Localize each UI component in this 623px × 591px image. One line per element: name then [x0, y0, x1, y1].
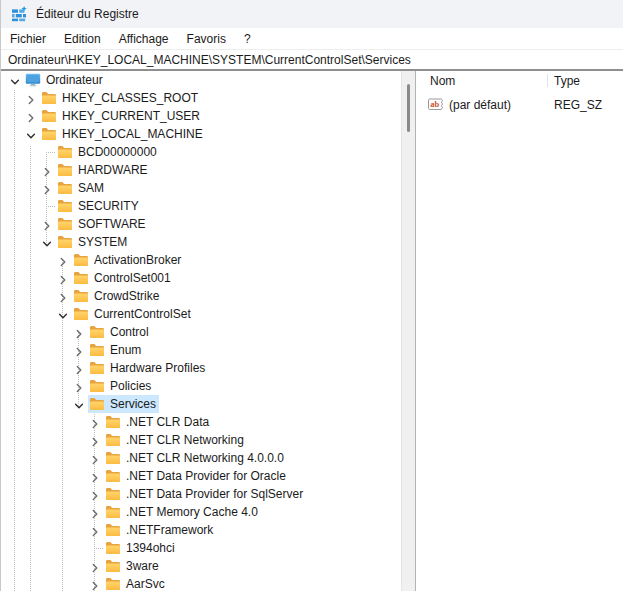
tree-item-label: HKEY_CURRENT_USER — [62, 109, 200, 123]
tree-item[interactable]: HKEY_LOCAL_MACHINE — [1, 125, 401, 143]
tree-item-content[interactable]: .NET Data Provider for Oracle — [104, 467, 289, 485]
chevron-right-icon[interactable] — [57, 290, 69, 302]
chevron-right-icon[interactable] — [41, 218, 53, 230]
tree-item-content[interactable]: BCD00000000 — [56, 143, 160, 161]
registry-value-row[interactable]: ab(par défaut)REG_SZ — [416, 96, 623, 114]
chevron-down-icon[interactable] — [57, 308, 69, 320]
tree-item-content[interactable]: HKEY_CLASSES_ROOT — [40, 89, 201, 107]
tree-item[interactable]: Hardware Profiles — [1, 359, 401, 377]
address-bar[interactable]: Ordinateur\HKEY_LOCAL_MACHINE\SYSTEM\Cur… — [1, 50, 623, 71]
tree-item[interactable]: .NET Memory Cache 4.0 — [1, 503, 401, 521]
chevron-right-icon[interactable] — [73, 380, 85, 392]
tree-item[interactable]: Services — [1, 395, 401, 413]
tree-item[interactable]: Control — [1, 323, 401, 341]
tree-item[interactable]: AarSvc — [1, 575, 401, 591]
chevron-down-icon[interactable] — [41, 236, 53, 248]
tree-item[interactable]: .NET CLR Networking — [1, 431, 401, 449]
tree-item-content[interactable]: HARDWARE — [56, 161, 151, 179]
menu-item--[interactable]: ? — [235, 30, 260, 48]
tree-item-content[interactable]: 3ware — [104, 557, 162, 575]
tree-vertical-scrollbar[interactable] — [401, 71, 415, 591]
chevron-right-icon[interactable] — [89, 452, 101, 464]
chevron-right-icon[interactable] — [25, 92, 37, 104]
tree-item[interactable]: CurrentControlSet — [1, 305, 401, 323]
tree-item-content[interactable]: SAM — [56, 179, 107, 197]
tree-item-content[interactable]: .NET CLR Networking 4.0.0.0 — [104, 449, 287, 467]
tree-item-label: .NET Data Provider for SqlServer — [126, 487, 303, 501]
tree-item[interactable]: .NET CLR Data — [1, 413, 401, 431]
tree-item-content[interactable]: CrowdStrike — [72, 287, 162, 305]
tree-item-content[interactable]: HKEY_CURRENT_USER — [40, 107, 203, 125]
chevron-right-icon[interactable] — [41, 182, 53, 194]
chevron-right-icon[interactable] — [89, 560, 101, 572]
chevron-right-icon[interactable] — [57, 272, 69, 284]
menu-bar: FichierEditionAffichageFavoris? — [1, 28, 623, 50]
tree-item[interactable]: ControlSet001 — [1, 269, 401, 287]
tree-item[interactable]: .NET CLR Networking 4.0.0.0 — [1, 449, 401, 467]
tree-item-content[interactable]: Policies — [88, 377, 154, 395]
tree-item[interactable]: SAM — [1, 179, 401, 197]
chevron-right-icon[interactable] — [25, 110, 37, 122]
chevron-down-icon[interactable] — [25, 128, 37, 140]
chevron-down-icon[interactable] — [9, 74, 21, 86]
chevron-down-icon[interactable] — [73, 398, 85, 410]
chevron-right-icon[interactable] — [89, 416, 101, 428]
tree-item[interactable]: BCD00000000 — [1, 143, 401, 161]
tree-item-content[interactable]: Enum — [88, 341, 144, 359]
tree-item-content[interactable]: SYSTEM — [56, 233, 130, 251]
menu-item-favoris[interactable]: Favoris — [178, 30, 235, 48]
tree-item-selected-content[interactable]: Services — [88, 395, 159, 413]
chevron-right-icon[interactable] — [89, 506, 101, 518]
tree-item[interactable]: HKEY_CURRENT_USER — [1, 107, 401, 125]
menu-item-fichier[interactable]: Fichier — [1, 30, 55, 48]
tree-item-content[interactable]: CurrentControlSet — [72, 305, 194, 323]
menu-item-affichage[interactable]: Affichage — [110, 30, 178, 48]
tree-item[interactable]: .NET Data Provider for Oracle — [1, 467, 401, 485]
chevron-right-icon[interactable] — [41, 164, 53, 176]
column-header-name[interactable]: Nom — [430, 73, 455, 89]
chevron-right-icon[interactable] — [89, 434, 101, 446]
tree-item[interactable]: SOFTWARE — [1, 215, 401, 233]
tree-item[interactable]: SECURITY — [1, 197, 401, 215]
tree-item[interactable]: .NETFramework — [1, 521, 401, 539]
tree-item[interactable]: .NET Data Provider for SqlServer — [1, 485, 401, 503]
column-separator[interactable] — [547, 74, 548, 87]
tree-item[interactable]: Policies — [1, 377, 401, 395]
chevron-right-icon[interactable] — [73, 344, 85, 356]
menu-item-edition[interactable]: Edition — [55, 30, 110, 48]
chevron-right-icon[interactable] — [89, 524, 101, 536]
tree-item-content[interactable]: .NET Memory Cache 4.0 — [104, 503, 261, 521]
tree-item-content[interactable]: AarSvc — [104, 575, 168, 591]
tree-item-content[interactable]: .NETFramework — [104, 521, 216, 539]
chevron-right-icon[interactable] — [57, 254, 69, 266]
tree-item[interactable]: ActivationBroker — [1, 251, 401, 269]
column-header-type[interactable]: Type — [554, 73, 580, 89]
tree-item-content[interactable]: .NET CLR Data — [104, 413, 212, 431]
tree-item-content[interactable]: 1394ohci — [104, 539, 178, 557]
tree-item[interactable]: 3ware — [1, 557, 401, 575]
tree-item[interactable]: HKEY_CLASSES_ROOT — [1, 89, 401, 107]
tree-item-content[interactable]: ActivationBroker — [72, 251, 184, 269]
chevron-right-icon[interactable] — [89, 488, 101, 500]
tree-item-content[interactable]: SOFTWARE — [56, 215, 149, 233]
tree-connector-stub — [94, 548, 103, 549]
tree-item[interactable]: Enum — [1, 341, 401, 359]
tree-item-content[interactable]: HKEY_LOCAL_MACHINE — [40, 125, 206, 143]
chevron-right-icon[interactable] — [73, 326, 85, 338]
tree-item[interactable]: SYSTEM — [1, 233, 401, 251]
tree-item-content[interactable]: Control — [88, 323, 152, 341]
chevron-right-icon[interactable] — [89, 470, 101, 482]
tree-item-content[interactable]: .NET CLR Networking — [104, 431, 247, 449]
tree-item-content[interactable]: Ordinateur — [24, 71, 106, 89]
tree-item-content[interactable]: ControlSet001 — [72, 269, 174, 287]
tree-item-content[interactable]: Hardware Profiles — [88, 359, 208, 377]
tree-item[interactable]: Ordinateur — [1, 71, 401, 89]
tree-item-content[interactable]: .NET Data Provider for SqlServer — [104, 485, 306, 503]
tree-item[interactable]: 1394ohci — [1, 539, 401, 557]
tree-item[interactable]: HARDWARE — [1, 161, 401, 179]
scrollbar-thumb[interactable] — [407, 84, 410, 132]
tree-item[interactable]: CrowdStrike — [1, 287, 401, 305]
tree-item-content[interactable]: SECURITY — [56, 197, 142, 215]
chevron-right-icon[interactable] — [73, 362, 85, 374]
chevron-right-icon[interactable] — [89, 578, 101, 590]
